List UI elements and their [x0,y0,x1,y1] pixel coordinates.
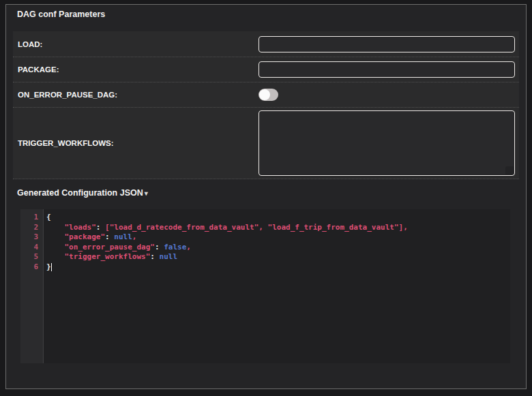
trigger-workflows-textarea[interactable] [258,110,515,176]
line-number: 5 [20,252,38,262]
line-number: 1 [20,213,38,223]
toggle-knob-icon [259,89,270,100]
load-input[interactable] [258,36,515,52]
line-number: 3 [20,232,38,243]
form-row-trigger-workflows: TRIGGER_WORKFLOWS: [13,108,519,179]
package-value-cell [258,61,519,78]
form-row-load: LOAD: [13,31,519,57]
load-label: LOAD: [13,40,258,48]
gutter: 123456 [20,209,44,363]
on-error-pause-dag-toggle[interactable] [258,89,278,101]
text-cursor [51,263,53,271]
code-lines[interactable]: { "loads": ["load_d_ratecode_from_data_v… [44,209,510,363]
caret-down-icon: ▾ [145,189,148,197]
line-number: 2 [20,223,38,233]
on-error-pause-dag-value-cell [258,89,519,101]
panel-title: DAG conf Parameters [17,10,105,19]
code-line: "trigger_workflows": null [46,252,510,262]
trigger-workflows-value-cell [258,110,519,176]
line-number: 4 [20,243,38,253]
on-error-pause-dag-label: ON_ERROR_PAUSE_DAG: [13,91,258,99]
json-editor[interactable]: 123456 { "loads": ["load_d_ratecode_from… [20,209,510,363]
trigger-workflows-label: TRIGGER_WORKFLOWS: [13,139,258,147]
code-line: { [46,213,510,223]
generated-json-title: Generated Configuration JSON [17,188,143,198]
package-label: PACKAGE: [13,65,258,74]
code-line: } [46,262,510,273]
code-line: "package": null, [46,232,510,243]
generated-json-header[interactable]: Generated Configuration JSON▾ [17,188,148,198]
parameters-form: LOAD: PACKAGE: ON_ERROR_PAUSE_DAG: TRIGG… [13,31,519,179]
dag-conf-panel: DAG conf Parameters LOAD: PACKAGE: ON_ER… [5,4,527,389]
line-number: 6 [20,262,38,273]
code-line: "loads": ["load_d_ratecode_from_data_vau… [46,223,510,233]
package-input[interactable] [258,61,515,78]
form-row-package: PACKAGE: [13,57,519,82]
code-line: "on_error_pause_dag": false, [46,243,510,253]
form-row-on-error-pause-dag: ON_ERROR_PAUSE_DAG: [13,82,519,108]
load-value-cell [258,36,519,52]
resize-handle[interactable] [505,166,514,174]
